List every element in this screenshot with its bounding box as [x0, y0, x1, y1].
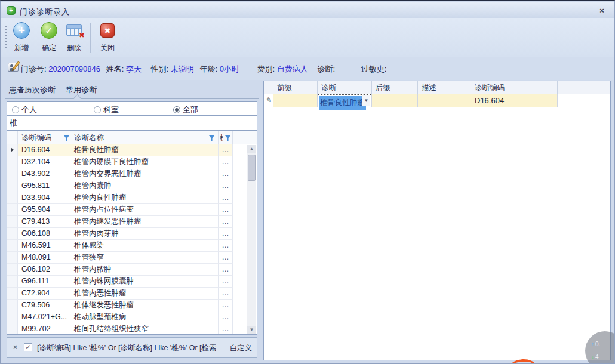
diagnosis-name-cell: 椎管内继发恶性肿瘤: [70, 216, 219, 228]
row-detail-button[interactable]: …: [219, 288, 233, 300]
window-close-icon[interactable]: ×: [596, 5, 607, 16]
row-indicator: [7, 264, 18, 276]
patient-fields: 门诊号: 202007090846 姓名: 李天 性别: 未说明 年龄: 0小时…: [21, 64, 612, 75]
toolbar: + 新增 ✓ 确定 删除 ✖ 关闭: [1, 18, 615, 57]
tab-common-diagnosis[interactable]: 常用诊断: [66, 85, 97, 95]
rheader-suffix[interactable]: 后缀: [372, 81, 418, 94]
row-detail-button[interactable]: …: [219, 240, 233, 252]
diagnosis-name-cell: 椎管内良性肿瘤: [70, 192, 219, 204]
row-detail-button[interactable]: …: [219, 300, 233, 311]
chevron-down-icon[interactable]: ▼: [362, 95, 370, 106]
diagnosis-row[interactable]: C72.904椎管内恶性肿瘤…: [7, 288, 239, 300]
row-detail-button[interactable]: …: [219, 180, 233, 192]
row-detail-button[interactable]: …: [219, 204, 233, 216]
diagnosis-row[interactable]: G06.102椎管内脓肿…: [7, 264, 239, 276]
close-red-icon: ✖: [100, 23, 115, 38]
close-button[interactable]: ✖ 关闭: [94, 21, 121, 54]
filter-icon[interactable]: [64, 135, 69, 141]
diagnosis-row[interactable]: C79.413椎管内继发恶性肿瘤…: [7, 216, 239, 228]
diagnosis-row[interactable]: G95.904椎管内占位性病变…: [7, 204, 239, 216]
radio-all[interactable]: 全部: [173, 104, 198, 115]
delete-button[interactable]: 删除: [60, 21, 88, 54]
diagnosis-code-cell: D32.104: [18, 156, 70, 168]
diagnosis-combobox-value: 椎骨良性肿瘤: [319, 96, 366, 110]
diagnosis-row[interactable]: M99.702椎间孔结缔组织性狭窄…: [7, 323, 239, 335]
rheader-code[interactable]: 诊断编码: [471, 81, 558, 94]
header-index-code[interactable]: 检索码: [219, 131, 233, 144]
toolbar-drag-handle[interactable]: [5, 25, 7, 50]
row-detail-button[interactable]: …: [219, 276, 233, 288]
add-button[interactable]: + 新增: [8, 21, 35, 54]
diagnosis-code-cell: G96.111: [18, 276, 70, 288]
header-code[interactable]: 诊断编码: [18, 131, 70, 144]
selected-diagnosis-row: ✎ 椎骨良性肿瘤 ▼ D16.604: [264, 94, 610, 107]
radio-department[interactable]: 科室: [94, 104, 119, 115]
header-name[interactable]: 诊断名称: [70, 131, 219, 144]
row-detail-button[interactable]: …: [219, 264, 233, 276]
diagnosis-row[interactable]: M47.021+G...椎动脉型颈椎病…: [7, 311, 239, 323]
filter-close-icon[interactable]: ×: [13, 343, 17, 351]
diagnosis-name-cell: 椎管内恶性肿瘤: [70, 288, 219, 300]
row-selected-arrow-icon: [7, 144, 18, 156]
diagnosis-row[interactable]: M46.591椎体感染…: [7, 240, 239, 252]
diagnosis-row[interactable]: G06.108椎管内肉芽肿…: [7, 228, 239, 240]
diagnosis-code-cell: M99.702: [18, 323, 70, 335]
row-indicator: [7, 288, 18, 300]
upload-speed: ↑0.: [591, 341, 600, 347]
row-detail-button[interactable]: …: [219, 311, 233, 323]
diagnosis-row[interactable]: M48.091椎管狭窄…: [7, 252, 239, 264]
diagnosis-name-cell: 椎动脉型颈椎病: [70, 311, 219, 323]
diagnosis-row[interactable]: G95.811椎管内囊肿…: [7, 180, 239, 192]
diagnosis-row[interactable]: G96.111椎管内蛛网膜囊肿…: [7, 276, 239, 288]
rheader-diagnosis[interactable]: 诊断: [318, 81, 372, 94]
row-detail-button[interactable]: …: [219, 228, 233, 240]
row-detail-button[interactable]: …: [219, 156, 233, 168]
diagnosis-name-cell: 椎管内硬膜下良性肿瘤: [70, 156, 219, 168]
radio-icon: [94, 106, 101, 113]
row-detail-button[interactable]: …: [219, 216, 233, 228]
search-box: [7, 116, 257, 131]
scrollbar-thumb[interactable]: [248, 155, 256, 181]
header-indicator: [7, 131, 18, 144]
row-detail-button[interactable]: …: [219, 323, 233, 335]
scroll-up-icon[interactable]: ▲: [247, 145, 256, 153]
diagnosis-row[interactable]: D32.104椎管内硬膜下良性肿瘤…: [7, 156, 239, 168]
scroll-down-icon[interactable]: ▼: [247, 326, 256, 334]
row-detail-button[interactable]: …: [219, 144, 233, 156]
radio-selected-icon: [173, 106, 180, 113]
diagnosis-row[interactable]: D16.604椎骨良性肿瘤…: [7, 144, 239, 156]
row-detail-button[interactable]: …: [219, 252, 233, 264]
app-icon: +: [7, 6, 16, 15]
diagnosis-combobox[interactable]: 椎骨良性肿瘤 ▼: [318, 94, 371, 107]
diagnosis-row[interactable]: D33.904椎管内良性肿瘤…: [7, 192, 239, 204]
cell-description[interactable]: [418, 94, 471, 107]
search-input[interactable]: [10, 117, 254, 128]
rheader-prefix[interactable]: 前缀: [273, 81, 318, 94]
filter-custom-link[interactable]: 自定义: [230, 343, 253, 353]
filter-checkbox[interactable]: [24, 343, 32, 351]
row-detail-button[interactable]: …: [219, 168, 233, 180]
vertical-scrollbar[interactable]: ▲ ▼: [247, 145, 256, 334]
diagnosis-row[interactable]: C79.506椎体继发恶性肿瘤…: [7, 300, 239, 311]
diagnosis-code-cell: D43.902: [18, 168, 70, 180]
rheader-description[interactable]: 描述: [418, 81, 471, 94]
row-indicator: [7, 192, 18, 204]
row-detail-button[interactable]: …: [219, 192, 233, 204]
diagnosis-row[interactable]: D43.902椎管内交界恶性肿瘤…: [7, 168, 239, 180]
row-indicator: [7, 240, 18, 252]
cell-suffix[interactable]: [372, 94, 418, 107]
row-indicator: [7, 216, 18, 228]
diagnosis-code-cell: M46.591: [18, 240, 70, 252]
cell-diagnosis[interactable]: 椎骨良性肿瘤 ▼: [318, 94, 372, 107]
cell-code[interactable]: D16.604: [471, 94, 558, 107]
field-gender: 性别: 未说明: [151, 64, 194, 73]
title-bar: + 门诊诊断录入 ×: [1, 2, 615, 18]
filter-icon[interactable]: [209, 135, 214, 141]
tab-patient-history[interactable]: 患者历次诊断: [9, 85, 56, 95]
radio-personal[interactable]: 个人: [12, 104, 37, 115]
diagnosis-name-cell: 椎管内交界恶性肿瘤: [70, 168, 219, 180]
filter-icon[interactable]: [225, 135, 230, 141]
patient-info-bar: 门诊号: 202007090846 姓名: 李天 性别: 未说明 年龄: 0小时…: [1, 57, 615, 80]
confirm-button[interactable]: ✓ 确定: [35, 21, 63, 54]
cell-prefix[interactable]: [273, 94, 318, 107]
